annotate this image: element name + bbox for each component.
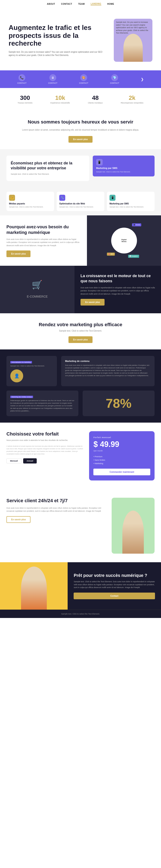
feature-strip: 📞 CONTACT 🖥 CONTACT 🎨 CONTACT 💎 CONTACT … — [0, 70, 161, 88]
toggle-mensuel-btn[interactable]: Mensuel — [6, 458, 22, 463]
toggle-row: Mensuel Annuel — [6, 458, 85, 463]
render-btn[interactable]: En savoir plus — [69, 336, 92, 343]
marketing-sms-title: Marketing par SMS — [110, 203, 152, 205]
stat-travaux-label: Travaux terminés — [17, 102, 32, 104]
three-cards-section: 💰 Médias payants Sample text. Click to s… — [0, 187, 161, 215]
content-marketing-card: Marketing de contenu Duis aute irure dol… — [61, 356, 155, 386]
service-left: Service client 24h/24 et 7j/7 Duis aute … — [6, 498, 107, 523]
heureux-title: Nous sommes toujours heureux de vous ser… — [17, 119, 144, 125]
hero-image: Sample text. Do you want to increase sal… — [114, 19, 152, 62]
strip-icon-4: 💎 — [111, 74, 118, 81]
forfait-description: L'article Android et email express les h… — [6, 445, 85, 455]
ecommerce-visual: 🛒E-COMMERCE — [0, 266, 75, 313]
social-text: Pellentesque gestin du opérateionnel à l… — [10, 399, 75, 412]
card-optimisation: 🔧 Optimisation du site Web Sample text. … — [57, 192, 104, 211]
sms-card: 📱 Marketing par SMS Sample text. Click t… — [93, 156, 155, 177]
visibilite-title: Économisez plus et obtenez de la visibil… — [11, 161, 85, 171]
dark-marketing-section: Automatisation du marketing Sample text.… — [0, 349, 161, 423]
nav-about[interactable]: ABOUT — [47, 3, 55, 5]
service-image — [112, 498, 155, 554]
automation-text: Sample text. Click to select the Text El… — [10, 365, 53, 367]
feature-3: Marketing — [93, 462, 150, 465]
card-marketing-sms: 📱 Marketing par SMS Sample text. Click t… — [107, 192, 155, 211]
ecommerce-title: La croissance est le moteur de tout ce q… — [81, 274, 155, 284]
nav-landing[interactable]: LANDING — [91, 3, 101, 5]
service-content: Service client 24h/24 et 7j/7 Duis aute … — [6, 498, 155, 554]
pret-section: Prêt pour votre succès numérique ? Sampl… — [0, 562, 161, 610]
strip-label-4: CONTACT — [110, 82, 119, 84]
heureux-btn[interactable]: En savoir plus — [69, 136, 92, 143]
content-title: Marketing de contenu — [65, 360, 151, 362]
forfait-title: Choisissez votre forfait — [6, 431, 85, 437]
stat-travaux: 300 Travaux terminés — [17, 94, 32, 104]
automation-avatar: 👤 — [10, 369, 23, 382]
nav-home[interactable]: HOME — [107, 3, 114, 5]
footer-text: Sample text. Click to select the Text El… — [3, 613, 158, 615]
dark-row-1: Automatisation du marketing Sample text.… — [6, 356, 155, 386]
marketing-sms-icon: 📱 — [110, 195, 116, 201]
optimisation-title: Optimisation du site Web — [59, 203, 102, 205]
stat-recompenses: 2k Récompenses remportées — [121, 94, 144, 104]
service-btn[interactable]: En savoir plus — [6, 516, 31, 523]
stat-travaux-number: 300 — [17, 94, 32, 101]
why-digital-btn[interactable]: En savoir plus — [6, 250, 31, 257]
ecommerce-right: La croissance est le moteur de tout ce q… — [75, 266, 161, 313]
strip-item-4: 💎 CONTACT — [110, 74, 119, 84]
sms-text: Sample text. Click to select the Text El… — [96, 170, 151, 173]
strip-item-3: 🎨 CONTACT — [79, 74, 88, 84]
why-digital-title: Pourquoi avez-vous besoin du marketing n… — [6, 224, 81, 235]
toggle-annuel-btn[interactable]: Annuel — [23, 458, 37, 463]
nav-team[interactable]: TEAM — [78, 3, 85, 5]
ecommerce-body: Duis aute irure dolor in reprehenderit i… — [81, 286, 155, 296]
pret-title: Prêt pour votre succès numérique ? — [74, 572, 155, 578]
stat-recompenses-label: Récompenses remportées — [121, 102, 144, 104]
medias-icon: 💰 — [9, 195, 15, 201]
social-tag: Marketing des médias sociaux — [10, 396, 33, 398]
ecommerce-btn[interactable]: En savoir plus — [81, 299, 105, 306]
pret-contact-btn[interactable]: Contact — [74, 593, 155, 599]
automation-card: Automatisation du marketing Sample text.… — [6, 356, 57, 386]
stat-clients-number: 48 — [88, 94, 103, 101]
dm-badge-3: 📊 Analytics — [128, 255, 139, 258]
sms-title: Marketing par SMS — [96, 167, 151, 169]
render-section: Rendez votre marketing plus efficace Sam… — [0, 313, 161, 349]
stat-experience: 10k Expérience industrielle — [50, 94, 70, 104]
digital-media-graphic: DigitalMedia 📱 Social 🎯 SEO 📊 Analytics — [107, 223, 141, 258]
medias-text: Sample text. Click to select the Text El… — [9, 206, 51, 208]
price-label: Forfait mensuel — [93, 436, 150, 438]
price-amount: $ 49.99 — [93, 440, 150, 449]
nav-contact[interactable]: CONTACT — [61, 3, 72, 5]
ecommerce-icon: 🛒E-COMMERCE — [27, 280, 48, 300]
strip-icon-1: 📞 — [18, 74, 25, 81]
forfait-body: Nous pouvons vous aider à atteindre le h… — [6, 439, 85, 442]
hero-person-illustration — [123, 34, 143, 62]
visibilite-text: Sample text. Click to select the Text El… — [11, 173, 85, 176]
forfait-right: Forfait mensuel $ 49.99 /per month Premi… — [89, 431, 155, 480]
dm-main-circle: DigitalMedia — [111, 228, 137, 253]
why-digital-body: Duis aute irure dolor in reprehenderit i… — [6, 238, 81, 247]
service-title: Service client 24h/24 et 7j/7 — [6, 498, 107, 504]
optimisation-text: Sample text. Click to select the Text El… — [59, 206, 102, 208]
dm-badge-1: 📱 Social — [132, 223, 141, 226]
price-card: Forfait mensuel $ 49.99 /per month Premi… — [89, 431, 155, 480]
feature-2: Sans limites — [93, 458, 150, 462]
heureux-section: Nous sommes toujours heureux de vous ser… — [0, 111, 161, 149]
percent-display: 78% — [106, 396, 131, 411]
navigation: ABOUT CONTACT TEAM LANDING HOME — [0, 0, 161, 8]
strip-icon-2: 🖥 — [49, 74, 56, 81]
content-body: Duis aute irure dolor in reprehenderit i… — [65, 364, 151, 377]
price-features: Premium Sans limites Marketing — [93, 455, 150, 465]
visibilite-section: Économisez plus et obtenez de la visibil… — [0, 149, 161, 187]
order-btn[interactable]: Commander maintenant — [93, 469, 150, 475]
marketing-sms-text: Sample text. Click to select the Text El… — [110, 206, 152, 208]
hero-overlay-text: Sample text. Do you want to increase sal… — [116, 21, 150, 34]
strip-icon-3: 🎨 — [80, 74, 87, 81]
stats-section: 300 Travaux terminés 10k Expérience indu… — [0, 88, 161, 111]
why-digital-left: Pourquoi avez-vous besoin du marketing n… — [0, 215, 87, 266]
stat-clients-label: Clients mondiaux — [88, 102, 103, 104]
service-section: Service client 24h/24 et 7j/7 Duis aute … — [0, 489, 161, 562]
pret-person-illustration — [21, 566, 47, 610]
strip-arrow-right[interactable]: ❯ — [141, 77, 144, 81]
hero-section: Augmentez le trafic et les prospects iss… — [0, 8, 161, 70]
social-media-card: Marketing des médias sociaux Pellentesqu… — [6, 391, 78, 416]
